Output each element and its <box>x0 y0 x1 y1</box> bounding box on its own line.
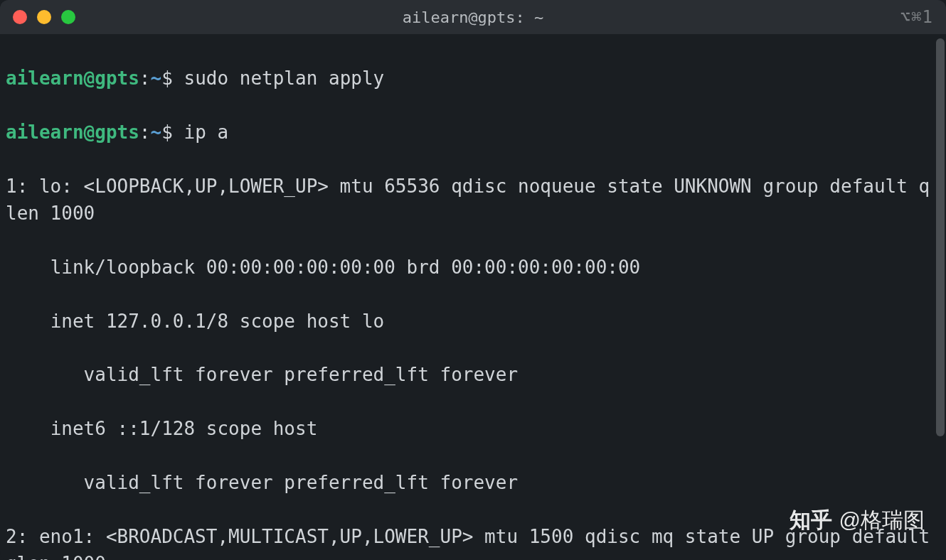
prompt-dollar: $ <box>161 122 184 143</box>
window-title: ailearn@gpts: ~ <box>403 9 544 26</box>
command-2: ip a <box>184 122 228 143</box>
prompt-colon: : <box>139 122 151 143</box>
pane-shortcut: ⌥⌘1 <box>900 7 933 27</box>
traffic-lights <box>13 10 75 24</box>
prompt-host: gpts <box>95 68 139 89</box>
command-1: sudo netplan apply <box>184 68 384 89</box>
prompt-path: ~ <box>151 122 162 143</box>
minimize-button[interactable] <box>37 10 51 24</box>
output-line: link/loopback 00:00:00:00:00:00 brd 00:0… <box>6 254 939 281</box>
prompt-at: @ <box>84 68 95 89</box>
terminal-window: ailearn@gpts: ~ ⌥⌘1 ailearn@gpts:~$ sudo… <box>0 0 946 560</box>
prompt-user: ailearn <box>6 68 84 89</box>
output-line: inet6 ::1/128 scope host <box>6 416 939 443</box>
maximize-button[interactable] <box>61 10 75 24</box>
watermark-text: @格瑞图 <box>839 506 925 535</box>
watermark: 知乎 @格瑞图 <box>790 506 925 535</box>
terminal-content[interactable]: ailearn@gpts:~$ sudo netplan apply ailea… <box>0 34 946 560</box>
prompt-host: gpts <box>95 122 139 143</box>
prompt-path: ~ <box>151 68 162 89</box>
zhihu-logo-icon: 知乎 <box>790 506 832 535</box>
output-line: valid_lft forever preferred_lft forever <box>6 362 939 389</box>
scrollbar-thumb[interactable] <box>936 38 945 436</box>
prompt-user: ailearn <box>6 122 84 143</box>
close-button[interactable] <box>13 10 27 24</box>
prompt-colon: : <box>139 68 151 89</box>
output-line: valid_lft forever preferred_lft forever <box>6 470 939 497</box>
prompt-dollar: $ <box>161 68 184 89</box>
output-line: 1: lo: <LOOPBACK,UP,LOWER_UP> mtu 65536 … <box>6 173 939 227</box>
output-line: inet 127.0.0.1/8 scope host lo <box>6 308 939 335</box>
titlebar: ailearn@gpts: ~ ⌥⌘1 <box>0 0 946 34</box>
prompt-at: @ <box>84 122 95 143</box>
